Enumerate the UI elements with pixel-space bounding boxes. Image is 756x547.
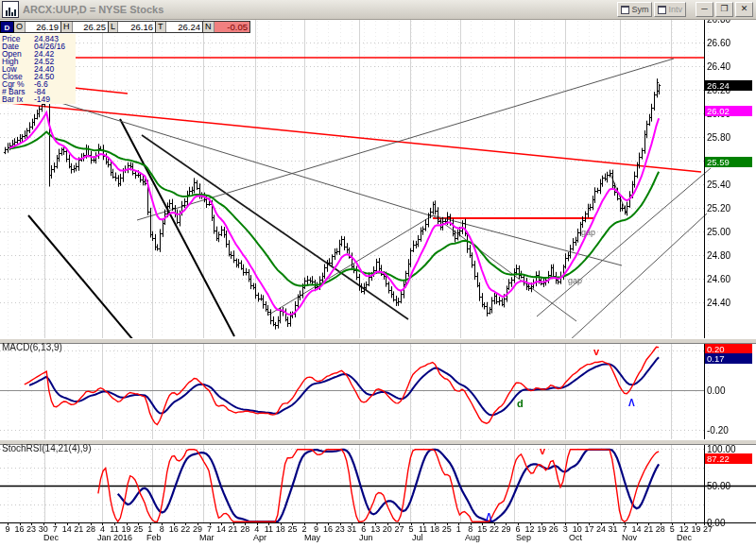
- info-label: Bar Ix: [2, 95, 34, 103]
- data-window-panel: Price24.843Date04/26/16Open24.42High24.5…: [0, 34, 76, 104]
- period-indicator[interactable]: D: [0, 21, 14, 33]
- quote-field-value: 26.24: [166, 22, 203, 32]
- quote-field-value: 26.19: [26, 22, 60, 32]
- quote-field-t: T26.24: [156, 21, 203, 33]
- quote-field-label: O: [14, 22, 26, 32]
- sym-button[interactable]: Sym: [617, 2, 652, 17]
- intv-window-icon: [658, 6, 666, 14]
- quote-field-l: L26.16: [109, 21, 156, 33]
- quote-field-n: N-0.05: [203, 21, 250, 33]
- quote-field-label: L: [109, 22, 118, 32]
- sym-window-icon: [621, 6, 629, 14]
- quote-field-label: H: [61, 22, 73, 32]
- quote-field-o: O26.19: [14, 21, 61, 33]
- chart-window: ARCX:UUP,D = NYSE Stocks Sym Intv ─ ❐ ✕ …: [0, 0, 756, 547]
- quote-field-label: N: [203, 22, 215, 32]
- quote-field-value: 26.25: [73, 22, 109, 32]
- chart-canvas[interactable]: [0, 0, 756, 547]
- quote-field-h: H26.25: [61, 21, 109, 33]
- pane-splitter-1[interactable]: [0, 338, 756, 344]
- pane-splitter-2[interactable]: [0, 439, 756, 445]
- minimize-button[interactable]: ─: [696, 2, 713, 17]
- restore-button[interactable]: ❐: [715, 2, 733, 17]
- info-row-barix: Bar Ix-149: [2, 95, 76, 103]
- stochrsi-pane-label: StochRSI(14,21(4),9): [2, 443, 92, 453]
- info-value: -149: [34, 95, 76, 103]
- close-button[interactable]: ✕: [735, 2, 753, 17]
- intv-button[interactable]: Intv: [654, 2, 686, 17]
- macd-pane-label: MACD(6,13,9): [2, 342, 62, 352]
- quote-field-value: -0.05: [215, 22, 250, 32]
- app-icon: [2, 1, 19, 18]
- quote-field-label: T: [156, 22, 166, 32]
- window-title: ARCX:UUP,D = NYSE Stocks: [23, 4, 615, 15]
- quote-bar: D O26.19H26.25L26.16T26.24N-0.05: [0, 21, 250, 33]
- quote-field-value: 26.16: [118, 22, 155, 32]
- window-controls: ─ ❐ ✕: [694, 2, 753, 17]
- titlebar[interactable]: ARCX:UUP,D = NYSE Stocks Sym Intv ─ ❐ ✕: [0, 0, 756, 20]
